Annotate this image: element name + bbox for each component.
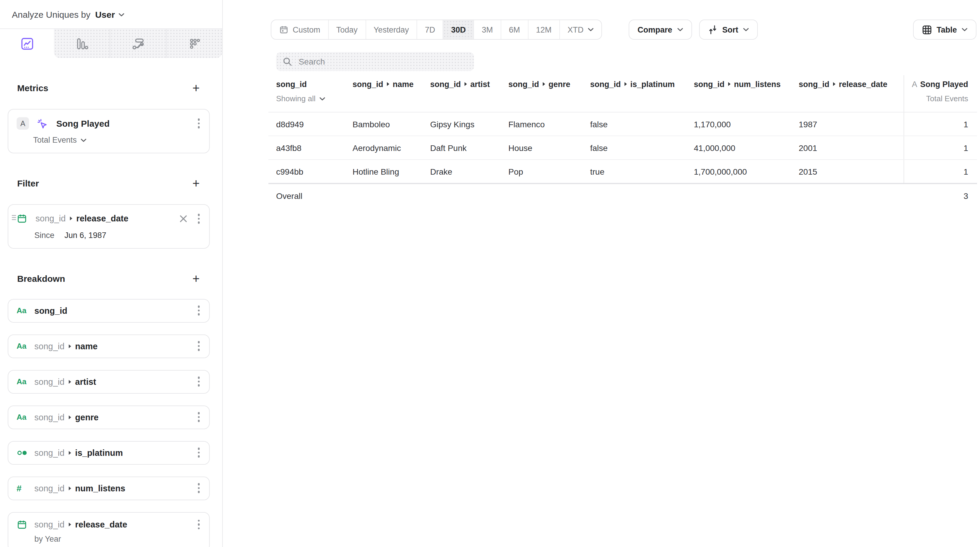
showing-all-label: Showing all (276, 94, 315, 103)
column-header-artist[interactable]: song_id artist (430, 75, 508, 112)
table-search (276, 52, 474, 71)
add-breakdown-button[interactable]: + (192, 272, 200, 284)
filter-child-property: release_date (76, 214, 129, 224)
date-range-label: XTD (568, 25, 584, 34)
metric-card[interactable]: A Song Played Total Events (8, 109, 210, 153)
column-header-metric[interactable]: ASong Played Total Events (904, 75, 977, 112)
tab-metrics-view[interactable] (166, 29, 222, 58)
breakdown-child-label: num_listens (75, 484, 125, 493)
metric-column-sublabel: Total Events (926, 94, 968, 103)
column-header-label: song_id (276, 80, 353, 89)
date-range-label: 6M (509, 25, 520, 34)
column-header-release-date[interactable]: song_id release_date (799, 75, 904, 112)
arrow-right-icon (68, 486, 72, 490)
column-header-name[interactable]: song_id name (353, 75, 430, 112)
column-header-num-listens[interactable]: song_id num_listens (694, 75, 799, 112)
view-selector-button[interactable]: Table (913, 19, 977, 40)
date-range-30d[interactable]: 30D (443, 20, 474, 39)
arrow-right-icon (68, 415, 72, 419)
sort-arrows-icon (708, 25, 718, 34)
date-range-label: 7D (425, 25, 435, 34)
date-range-today[interactable]: Today (328, 20, 365, 39)
metric-aggregation-selector[interactable]: Total Events (33, 136, 201, 144)
cell-name: Bamboleo (353, 119, 430, 129)
arrow-right-icon (728, 82, 731, 86)
date-range-7d[interactable]: 7D (417, 20, 443, 39)
date-range-yesterday[interactable]: Yesterday (365, 20, 417, 39)
breakdown-more-options-button[interactable] (196, 518, 201, 530)
date-range-custom[interactable]: Custom (271, 20, 328, 39)
results-table: song_id Showing all song_id name song_id… (269, 75, 977, 207)
breakdown-parent-label: song_id (34, 520, 65, 529)
filter-operator-selector[interactable]: Since (34, 231, 54, 239)
date-range-label: 3M (482, 25, 493, 34)
search-input[interactable] (298, 56, 468, 67)
filter-more-options-button[interactable] (196, 212, 201, 225)
arrow-right-icon (624, 82, 627, 86)
arrow-right-icon (68, 522, 72, 527)
chevron-down-icon (118, 13, 124, 16)
table-header-row: song_id Showing all song_id name song_id… (269, 75, 977, 113)
breakdown-more-options-button[interactable] (196, 376, 201, 388)
line-chart-icon (21, 37, 33, 50)
tab-bar-chart[interactable] (54, 29, 110, 58)
metric-more-options-button[interactable] (196, 117, 201, 130)
breakdown-item-is-platinum[interactable]: song_id is_platinum (8, 441, 210, 465)
breakdown-item-name[interactable]: Aa song_id name (8, 334, 210, 358)
entity-selector-label: User (95, 10, 115, 19)
column-header-song-id[interactable]: song_id Showing all (269, 75, 353, 112)
metric-series-letter: A (912, 80, 917, 89)
tab-line-chart[interactable] (0, 29, 54, 58)
breakdown-item-release-date[interactable]: song_id release_date by Year (8, 512, 210, 547)
breakdown-bucket-label[interactable]: by Year (34, 534, 201, 544)
breakdown-more-options-button[interactable] (196, 447, 201, 459)
tab-flow-chart[interactable] (110, 29, 166, 58)
cell-name: Hotline Bling (353, 166, 430, 176)
cell-num-listens: 1,170,000 (694, 119, 799, 129)
cell-genre: Flamenco (508, 119, 590, 129)
cell-song-id: c994bb (269, 166, 353, 176)
breakdown-item-artist[interactable]: Aa song_id artist (8, 370, 210, 393)
number-property-icon: # (17, 483, 30, 493)
date-range-label: Custom (293, 25, 320, 34)
filter-card[interactable]: song_id release_date Since Jun 6, 1987 (8, 204, 210, 248)
date-range-label: Yesterday (374, 25, 409, 34)
cell-is-platinum: true (590, 166, 694, 176)
date-range-xtd[interactable]: XTD (559, 20, 601, 39)
breakdown-more-options-button[interactable] (196, 482, 201, 494)
add-metric-button[interactable]: + (192, 82, 200, 94)
drag-handle-icon[interactable] (11, 214, 17, 221)
add-filter-button[interactable]: + (192, 177, 200, 189)
inactive-chart-tabs (54, 29, 222, 58)
breakdown-item-num-listens[interactable]: # song_id num_listens (8, 476, 210, 500)
breakdown-section-header: Breakdown + (17, 272, 200, 284)
metric-event-name[interactable]: Song Played (56, 118, 110, 128)
date-range-12m[interactable]: 12M (528, 20, 559, 39)
arrow-right-icon (69, 216, 73, 221)
remove-filter-button[interactable] (178, 214, 188, 224)
arrow-right-icon (68, 344, 72, 349)
event-click-icon (36, 117, 49, 129)
chevron-down-icon (80, 138, 86, 142)
breakdown-item-genre[interactable]: Aa song_id genre (8, 405, 210, 429)
breakdown-more-options-button[interactable] (196, 411, 201, 423)
showing-all-filter[interactable]: Showing all (276, 94, 353, 103)
breakdown-more-options-button[interactable] (196, 304, 201, 317)
cell-release-date: 2015 (799, 166, 904, 176)
cell-release-date: 1987 (799, 119, 904, 129)
text-property-icon: Aa (17, 412, 30, 422)
date-range-6m[interactable]: 6M (501, 20, 528, 39)
breakdown-parent-label: song_id (34, 377, 65, 386)
sort-button[interactable]: Sort (699, 19, 758, 40)
breakdown-item-song-id[interactable]: Aa song_id (8, 299, 210, 322)
compare-button[interactable]: Compare (628, 19, 692, 40)
date-range-3m[interactable]: 3M (473, 20, 501, 39)
entity-selector[interactable]: User (95, 10, 124, 19)
column-header-is-platinum[interactable]: song_id is_platinum (590, 75, 694, 112)
column-header-genre[interactable]: song_id genre (508, 75, 590, 112)
arrow-right-icon (464, 82, 468, 86)
filter-title: Filter (17, 178, 39, 188)
breakdown-parent-label: song_id (34, 412, 65, 422)
filter-value-selector[interactable]: Jun 6, 1987 (65, 231, 107, 239)
breakdown-more-options-button[interactable] (196, 340, 201, 352)
